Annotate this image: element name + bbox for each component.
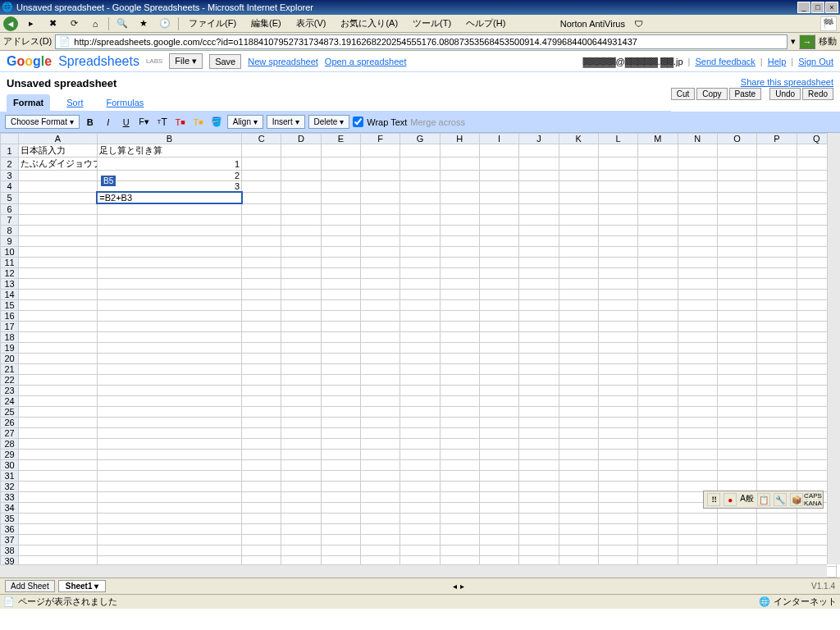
cell-M17[interactable]: [638, 321, 678, 331]
cell-E20[interactable]: [321, 353, 360, 363]
cell-H27[interactable]: [440, 427, 479, 438]
cell-C25[interactable]: [242, 406, 281, 417]
cell-P23[interactable]: [757, 385, 797, 395]
cell-P8[interactable]: [757, 225, 797, 235]
cell-C1[interactable]: [242, 144, 281, 158]
cell-K2[interactable]: [559, 158, 598, 171]
favorites-icon[interactable]: ★: [135, 16, 152, 31]
cell-L33[interactable]: [598, 491, 637, 502]
cell-A4[interactable]: [19, 181, 98, 193]
cell-D22[interactable]: [281, 374, 321, 385]
cell-L37[interactable]: [598, 534, 637, 545]
cell-C34[interactable]: [242, 502, 281, 513]
cell-K29[interactable]: [559, 449, 598, 459]
cell-J34[interactable]: [519, 502, 559, 513]
cell-L15[interactable]: [598, 299, 637, 310]
maximize-button[interactable]: □: [811, 2, 824, 13]
cell-B15[interactable]: [97, 299, 241, 310]
cell-I33[interactable]: [479, 491, 518, 502]
cell-L29[interactable]: [598, 449, 637, 459]
col-header-D[interactable]: D: [281, 134, 321, 144]
cell-J10[interactable]: [519, 246, 559, 257]
cell-H36[interactable]: [440, 523, 479, 534]
cell-H3[interactable]: [440, 171, 479, 181]
cell-O38[interactable]: [717, 545, 756, 555]
cell-A29[interactable]: [19, 449, 98, 459]
history-icon[interactable]: 🕑: [157, 16, 173, 31]
row-header-10[interactable]: 10: [1, 246, 19, 257]
cell-E27[interactable]: [321, 427, 360, 438]
cell-O36[interactable]: [717, 523, 756, 534]
cell-F11[interactable]: [360, 257, 399, 267]
cell-A9[interactable]: [19, 235, 98, 246]
row-header-5[interactable]: 5: [1, 192, 19, 203]
cell-A17[interactable]: [19, 321, 98, 331]
cell-G27[interactable]: [400, 427, 440, 438]
cell-H25[interactable]: [440, 406, 479, 417]
menu-file[interactable]: ファイル(F): [184, 16, 241, 31]
cell-J12[interactable]: [519, 267, 559, 278]
cell-J16[interactable]: [519, 310, 559, 321]
cell-D10[interactable]: [281, 246, 321, 257]
cell-P10[interactable]: [757, 246, 797, 257]
cell-F7[interactable]: [360, 214, 399, 225]
cell-H1[interactable]: [440, 144, 479, 158]
ime-tool-icon[interactable]: 🔧: [774, 493, 787, 506]
col-header-H[interactable]: H: [440, 134, 479, 144]
cell-K28[interactable]: [559, 438, 598, 449]
cell-C10[interactable]: [242, 246, 281, 257]
cell-M12[interactable]: [638, 267, 678, 278]
cell-O26[interactable]: [717, 417, 756, 427]
cell-H23[interactable]: [440, 385, 479, 395]
cell-N8[interactable]: [678, 225, 717, 235]
cell-E13[interactable]: [321, 278, 360, 289]
cell-I19[interactable]: [479, 342, 518, 353]
cell-O28[interactable]: [717, 438, 756, 449]
cell-O9[interactable]: [717, 235, 756, 246]
cell-M26[interactable]: [638, 417, 678, 427]
menu-help[interactable]: ヘルプ(H): [461, 16, 510, 31]
cell-C27[interactable]: [242, 427, 281, 438]
cell-J24[interactable]: [519, 395, 559, 406]
cell-B12[interactable]: [97, 267, 241, 278]
cell-C11[interactable]: [242, 257, 281, 267]
cell-C20[interactable]: [242, 353, 281, 363]
cell-G25[interactable]: [400, 406, 440, 417]
cell-F37[interactable]: [360, 534, 399, 545]
underline-icon[interactable]: U: [119, 115, 134, 130]
cell-D16[interactable]: [281, 310, 321, 321]
cell-N20[interactable]: [678, 353, 717, 363]
cell-F22[interactable]: [360, 374, 399, 385]
cell-M38[interactable]: [638, 545, 678, 555]
cell-G33[interactable]: [400, 491, 440, 502]
cell-I16[interactable]: [479, 310, 518, 321]
cell-H8[interactable]: [440, 225, 479, 235]
cell-A25[interactable]: [19, 406, 98, 417]
cell-B14[interactable]: [97, 289, 241, 299]
cell-F16[interactable]: [360, 310, 399, 321]
cell-M9[interactable]: [638, 235, 678, 246]
row-header-22[interactable]: 22: [1, 374, 19, 385]
cell-M32[interactable]: [638, 481, 678, 491]
cell-B1[interactable]: 足し算と引き算: [97, 144, 241, 158]
col-header-E[interactable]: E: [321, 134, 360, 144]
cell-A18[interactable]: [19, 331, 98, 342]
cell-E8[interactable]: [321, 225, 360, 235]
cell-F30[interactable]: [360, 459, 399, 470]
cell-M2[interactable]: [638, 158, 678, 171]
cell-F3[interactable]: [360, 171, 399, 181]
cell-J28[interactable]: [519, 438, 559, 449]
cell-N17[interactable]: [678, 321, 717, 331]
cell-K7[interactable]: [559, 214, 598, 225]
cell-O17[interactable]: [717, 321, 756, 331]
row-header-14[interactable]: 14: [1, 289, 19, 299]
cell-A28[interactable]: [19, 438, 98, 449]
cell-B20[interactable]: [97, 353, 241, 363]
cell-H2[interactable]: [440, 158, 479, 171]
cell-C8[interactable]: [242, 225, 281, 235]
cell-M1[interactable]: [638, 144, 678, 158]
cell-F23[interactable]: [360, 385, 399, 395]
cell-I21[interactable]: [479, 363, 518, 374]
cell-N16[interactable]: [678, 310, 717, 321]
cell-K33[interactable]: [559, 491, 598, 502]
